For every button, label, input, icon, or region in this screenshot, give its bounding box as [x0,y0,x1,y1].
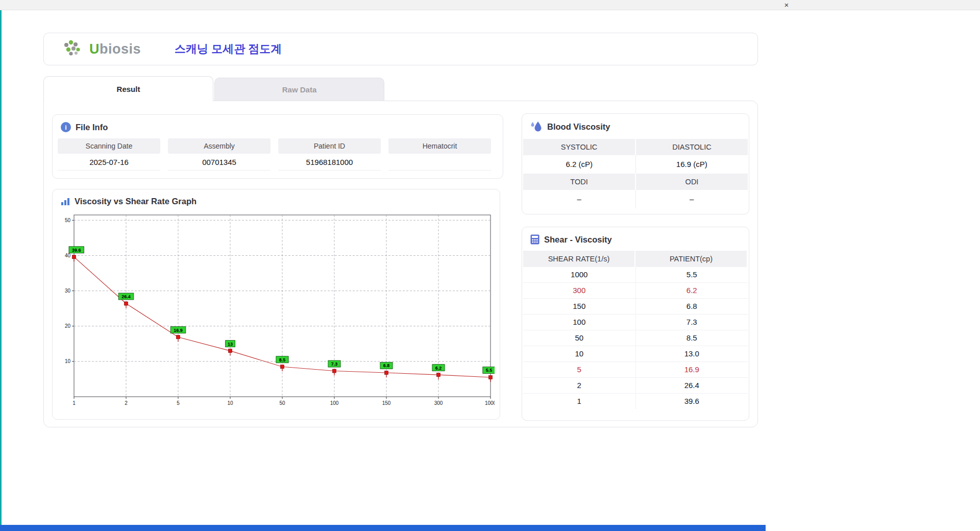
bar-chart-icon [61,198,70,206]
svg-text:26.4: 26.4 [121,294,131,299]
field-label: Patient ID [278,138,381,154]
blood-viscosity-header: Blood Viscosity [522,114,749,133]
logo-text-accent: U [89,41,100,57]
svg-text:39.6: 39.6 [72,248,81,253]
file-info-fields: Scanning Date 2025-07-16 Assembly 007013… [53,132,503,171]
svg-text:20: 20 [65,323,71,329]
table-row: 1013.0 [523,346,748,362]
screen: × Ubiosis 스캐닝 모세관 점도계 [0,0,980,531]
svg-text:100: 100 [330,400,339,406]
bottom-window-strip [0,525,766,531]
table-header-row: SHEAR RATE(1/s) PATIENT(cp) [523,251,748,267]
calculator-icon [530,234,540,245]
shear-rate-column-header: SHEAR RATE(1/s) [523,251,635,267]
app-window: Ubiosis 스캐닝 모세관 점도계 Result Raw Data i Fi… [43,33,758,427]
shear-rate-cell: 100 [523,315,636,330]
svg-text:40: 40 [65,253,71,258]
shear-rate-cell: 50 [523,330,636,346]
page-title: 스캐닝 모세관 점도계 [175,41,282,57]
table-row: 1007.3 [523,315,748,330]
droplet-icon [530,121,543,133]
patient-cell: 7.3 [636,315,748,330]
shear-rate-cell: 2 [523,378,636,393]
svg-text:5.5: 5.5 [486,368,493,373]
svg-text:8.5: 8.5 [279,357,286,363]
field-value: 2025-07-16 [58,154,160,171]
todi-header: TODI [523,174,636,190]
field-label: Hematocrit [388,138,491,154]
table-row: 226.4 [523,378,748,394]
svg-text:1000: 1000 [485,400,495,406]
table-row: 508.5 [523,330,748,346]
window-titlebar: × [0,0,980,10]
svg-text:50: 50 [279,400,285,406]
tab-bar: Result Raw Data [43,76,758,101]
shear-viscosity-header: Shear - Viscosity [522,227,749,245]
table-row: SYSTOLIC DIASTOLIC [523,139,748,155]
field-patient-id: Patient ID 51968181000 [278,138,381,171]
field-assembly: Assembly 00701345 [168,138,271,171]
svg-text:5: 5 [177,400,180,406]
shear-viscosity-card: Shear - Viscosity SHEAR RATE(1/s) PATIEN… [522,227,749,421]
graph-card: Viscosity vs Shear Rate Graph 1020304050… [52,189,500,420]
blood-viscosity-table: SYSTOLIC DIASTOLIC 6.2 (cP) 16.9 (cP) TO… [522,139,749,208]
graph-header: Viscosity vs Shear Rate Graph [53,189,500,206]
table-row: 139.6 [523,394,748,409]
file-info-card: i File Info Scanning Date 2025-07-16 Ass… [52,114,503,179]
close-icon[interactable]: × [781,0,792,10]
field-value: 51968181000 [278,154,381,171]
patient-cell: 39.6 [636,394,748,409]
tab-result[interactable]: Result [43,76,213,101]
shear-rate-cell: 1 [523,394,636,409]
patient-cell: 13.0 [636,346,748,361]
tab-raw-data[interactable]: Raw Data [214,78,384,101]
graph-title: Viscosity vs Shear Rate Graph [75,197,197,206]
file-info-title: File Info [76,123,108,132]
field-label: Assembly [168,138,271,154]
table-row: – – [523,190,748,208]
svg-text:1: 1 [72,400,76,406]
table-row: 1506.8 [523,299,748,315]
table-row: TODI ODI [523,174,748,190]
field-value: 00701345 [168,154,271,171]
shear-rate-cell: 10 [523,346,636,361]
svg-text:2: 2 [125,400,128,406]
shear-viscosity-title: Shear - Viscosity [544,235,612,245]
content-panel: i File Info Scanning Date 2025-07-16 Ass… [43,101,758,427]
systolic-header: SYSTOLIC [523,139,636,155]
svg-text:10: 10 [227,400,233,406]
logo-text-rest: biosis [100,41,141,57]
ubiosis-logo: Ubiosis [63,40,141,58]
svg-text:150: 150 [382,400,391,406]
ubiosis-logo-icon [63,40,86,58]
odi-value: – [636,190,748,208]
shear-rate-cell: 5 [523,362,636,377]
diastolic-header: DIASTOLIC [636,139,748,155]
table-row: 6.2 (cP) 16.9 (cP) [523,155,748,174]
table-row: 3006.2 [523,283,748,299]
file-info-header: i File Info [53,115,503,132]
shear-rate-cell: 1000 [523,267,636,282]
svg-text:13: 13 [228,342,233,347]
svg-text:10: 10 [65,358,71,364]
table-row: 516.9 [523,362,748,378]
blood-viscosity-title: Blood Viscosity [547,122,610,132]
shear-rate-cell: 150 [523,299,636,314]
viscosity-chart: 10203040501251050100150300100039.626.416… [59,212,495,416]
svg-text:6.2: 6.2 [435,366,442,371]
patient-column-header: PATIENT(cp) [635,251,748,267]
shear-viscosity-table: SHEAR RATE(1/s) PATIENT(cp) 10005.53006.… [522,251,749,409]
patient-cell: 26.4 [636,378,748,393]
field-hematocrit: Hematocrit [388,138,491,171]
svg-text:7.3: 7.3 [331,361,338,367]
blood-viscosity-card: Blood Viscosity SYSTOLIC DIASTOLIC 6.2 (… [522,113,749,214]
field-label: Scanning Date [58,138,160,154]
systolic-value: 6.2 (cP) [523,155,636,174]
patient-cell: 6.8 [636,299,748,314]
shear-viscosity-table-body: 10005.53006.21506.81007.3508.51013.0516.… [523,267,748,409]
window-left-edge [0,10,2,531]
logo-text: Ubiosis [89,41,141,57]
diastolic-value: 16.9 (cP) [636,155,748,174]
svg-text:16.9: 16.9 [174,328,183,333]
patient-cell: 5.5 [636,267,748,282]
